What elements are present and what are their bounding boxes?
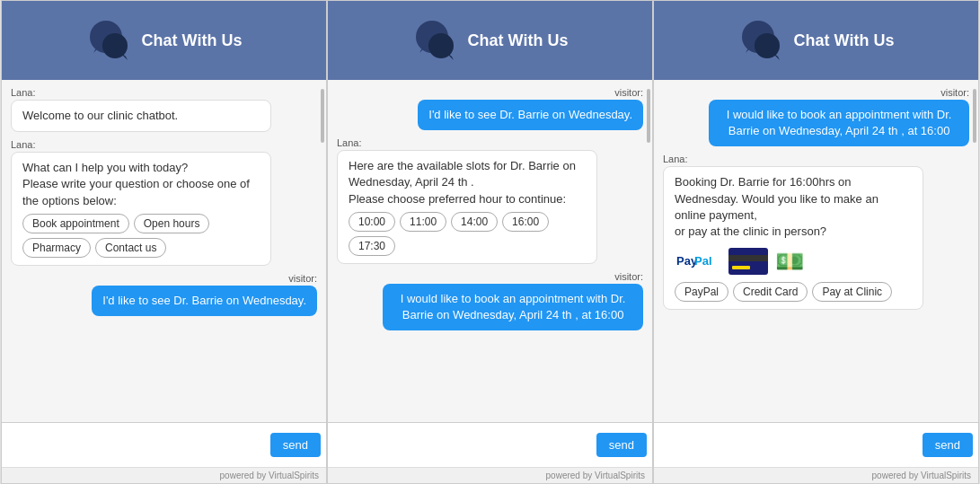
sender-visitor-1: visitor: (288, 273, 317, 284)
chat-header-3: Chat With Us (654, 1, 978, 80)
chat-panel-2: Chat With Us visitor: I'd like to see Dr… (327, 0, 653, 484)
scrollbar-3[interactable] (973, 89, 976, 143)
payment-creditcard-btn[interactable]: Credit Card (733, 282, 808, 302)
options-row-1: Book appointment Open hours Pharmacy Con… (22, 214, 260, 258)
chat-input-2[interactable] (333, 435, 593, 455)
payment-paypal-btn[interactable]: PayPal (675, 282, 728, 302)
lana-payment-text: Booking Dr. Barrie for 16:00hrs on Wedne… (675, 175, 878, 238)
sender-lana-4: Lana: (663, 154, 969, 164)
bubble-visitor-3: I would like to book an appointment with… (709, 100, 969, 146)
payment-clinic-btn[interactable]: Pay at Clinic (812, 282, 892, 302)
option-book-appointment[interactable]: Book appointment (22, 214, 129, 233)
payment-btns-row: PayPal Credit Card Pay at Clinic (675, 282, 912, 302)
svg-point-2 (102, 33, 128, 58)
bubble-lana-welcome: Welcome to our clinic chatbot. (11, 100, 271, 132)
svg-rect-16 (732, 266, 750, 269)
bubble-lana-options: What can I help you with today?Please wr… (11, 152, 271, 266)
chat-header-1: Chat With Us (2, 1, 326, 80)
msg-lana-payment: Lana: Booking Dr. Barrie for 16:00hrs on… (663, 154, 969, 309)
svg-point-10 (755, 33, 780, 58)
msg-lana-welcome: Lana: Welcome to our clinic chatbot. (11, 87, 317, 132)
msg-visitor-2-bot: visitor: I would like to book an appoint… (337, 271, 643, 330)
powered-by-1: powered by VirtualSpirits (2, 467, 326, 483)
powered-by-2: powered by VirtualSpirits (328, 467, 652, 483)
chat-header-2: Chat With Us (328, 1, 652, 80)
chat-footer-2: send (328, 422, 652, 467)
chat-title-3: Chat With Us (794, 31, 895, 50)
msg-visitor-2-top: visitor: I'd like to see Dr. Barrie on W… (337, 87, 643, 130)
chat-footer-3: send (654, 422, 978, 467)
sender-lana-2: Lana: (11, 139, 317, 150)
time-14[interactable]: 14:00 (451, 212, 498, 232)
bubble-visitor-1: I'd like to see Dr. Barrie on Wednesday. (92, 286, 317, 316)
chat-body-2: visitor: I'd like to see Dr. Barrie on W… (328, 80, 652, 422)
chat-panel-3: Chat With Us visitor: I would like to bo… (653, 0, 979, 484)
chat-logo-icon-3 (738, 17, 785, 64)
option-contact-us[interactable]: Contact us (95, 238, 166, 258)
sender-visitor-2b: visitor: (614, 271, 643, 282)
svg-text:Pal: Pal (694, 254, 712, 268)
bubble-visitor-2t: I'd like to see Dr. Barrie on Wednesday. (418, 100, 643, 130)
sender-lana-1: Lana: (11, 87, 317, 98)
scrollbar-2[interactable] (647, 89, 650, 143)
option-open-hours[interactable]: Open hours (134, 214, 210, 233)
chat-input-3[interactable] (659, 435, 919, 455)
times-row: 10:00 11:00 14:00 16:00 17:30 (349, 212, 586, 256)
chat-input-1[interactable] (7, 435, 267, 455)
sender-visitor-3: visitor: (940, 87, 969, 98)
sender-lana-3: Lana: (337, 137, 643, 148)
chat-body-1: Lana: Welcome to our clinic chatbot. Lan… (2, 80, 326, 422)
chat-body-3: visitor: I would like to book an appoint… (654, 80, 978, 422)
msg-visitor-3: visitor: I would like to book an appoint… (663, 87, 969, 146)
svg-rect-15 (728, 255, 768, 261)
chat-logo-icon-2 (412, 17, 459, 64)
lana-times-text: Here are the available slots for Dr. Bar… (349, 159, 576, 205)
chat-panel-1: Chat With Us Lana: Welcome to our clinic… (1, 0, 327, 484)
lana-options-text: What can I help you with today?Please wr… (22, 161, 250, 207)
msg-visitor-1: visitor: I'd like to see Dr. Barrie on W… (11, 273, 317, 316)
bubble-visitor-2b: I would like to book an appointment with… (383, 284, 643, 330)
time-16[interactable]: 16:00 (502, 212, 549, 232)
chat-footer-1: send (2, 422, 326, 467)
send-button-2[interactable]: send (596, 433, 647, 457)
send-button-3[interactable]: send (923, 433, 973, 457)
time-10[interactable]: 10:00 (349, 212, 395, 232)
svg-point-6 (428, 33, 454, 58)
credit-card-icon (728, 248, 768, 275)
time-11[interactable]: 11:00 (400, 212, 446, 232)
chat-title-2: Chat With Us (468, 31, 569, 50)
paypal-logo-icon: Pay Pal (675, 247, 721, 276)
cash-icon: 💵 (775, 245, 804, 277)
powered-by-3: powered by VirtualSpirits (654, 467, 978, 483)
time-17[interactable]: 17:30 (349, 236, 395, 256)
bubble-lana-times: Here are the available slots for Dr. Bar… (337, 150, 597, 264)
send-button-1[interactable]: send (270, 433, 321, 457)
chat-logo-icon (86, 17, 133, 64)
scrollbar-1[interactable] (321, 89, 324, 143)
chat-title-1: Chat With Us (142, 31, 243, 50)
msg-lana-options: Lana: What can I help you with today?Ple… (11, 139, 317, 266)
sender-visitor-2t: visitor: (614, 87, 643, 98)
msg-lana-times: Lana: Here are the available slots for D… (337, 137, 643, 264)
option-pharmacy[interactable]: Pharmacy (22, 238, 91, 258)
payment-icons-row: Pay Pal 💵 (675, 245, 912, 277)
bubble-lana-payment: Booking Dr. Barrie for 16:00hrs on Wedne… (663, 166, 923, 309)
